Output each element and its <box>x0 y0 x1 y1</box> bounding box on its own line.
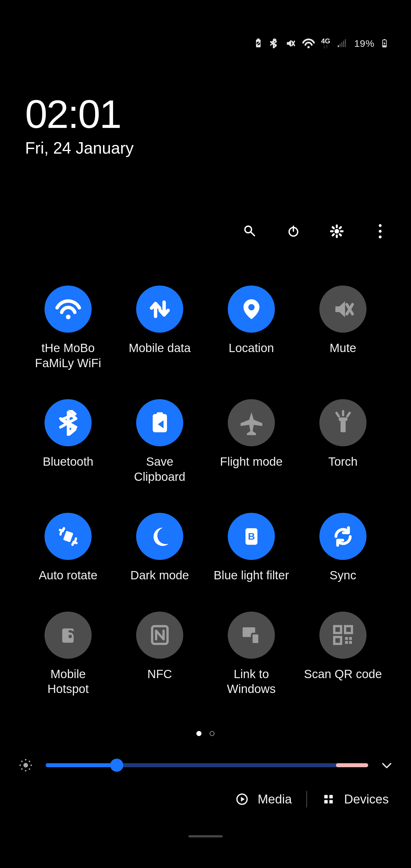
qs-tile-hotspot[interactable]: Mobile Hotspot <box>22 612 114 697</box>
qs-toggle-rotate[interactable] <box>44 513 92 560</box>
qs-toggle-clipboard[interactable] <box>136 399 183 446</box>
play-icon <box>235 792 249 806</box>
search-icon <box>243 224 257 239</box>
bluetooth-status-icon <box>268 38 278 48</box>
bottom-controls-row: Media Devices <box>235 791 389 807</box>
clock-date: Fri, 24 January <box>25 138 133 157</box>
status-bar: 4G ↓↑ 19% <box>254 37 388 50</box>
qs-tile-clipboard[interactable]: Save Clipboard <box>114 399 205 484</box>
qs-tile-qr[interactable]: Scan QR code <box>297 612 389 697</box>
qs-tile-bluetooth[interactable]: Bluetooth <box>22 399 114 484</box>
search-button[interactable] <box>242 223 259 240</box>
page-indicator[interactable] <box>0 731 411 736</box>
media-button[interactable]: Media <box>235 792 292 806</box>
qs-tile-link[interactable]: Link to Windows <box>205 612 297 697</box>
quick-settings-grid: tHe MoBo FaMiLy WiFiMobile dataLocationM… <box>0 285 411 697</box>
kebab-icon <box>379 224 382 239</box>
qs-label-flight[interactable]: Flight mode <box>220 454 283 469</box>
battery-percent: 19% <box>354 38 375 49</box>
divider <box>306 791 307 807</box>
plane-icon <box>239 410 264 436</box>
qs-label-bluetooth[interactable]: Bluetooth <box>43 454 93 469</box>
qs-label-bluelight[interactable]: Blue light filter <box>214 568 289 583</box>
panel-actions-row <box>242 223 389 240</box>
network-type-label: 4G <box>321 38 330 44</box>
devices-label: Devices <box>344 792 389 806</box>
devices-button[interactable]: Devices <box>321 792 389 806</box>
gesture-handle[interactable] <box>188 835 223 837</box>
qs-toggle-link[interactable] <box>228 612 275 659</box>
qs-label-link[interactable]: Link to Windows <box>212 667 291 697</box>
qr-icon <box>330 622 356 648</box>
qs-label-mute[interactable]: Mute <box>330 341 356 356</box>
qs-label-location[interactable]: Location <box>229 341 274 356</box>
wifi-status-icon <box>302 37 315 50</box>
qs-label-hotspot[interactable]: Mobile Hotspot <box>28 667 108 697</box>
qs-tile-dark[interactable]: Dark mode <box>114 513 205 583</box>
power-icon <box>286 224 301 239</box>
qs-toggle-bluetooth[interactable] <box>44 399 92 446</box>
mute-icon <box>330 297 356 322</box>
battery-care-icon <box>254 38 262 49</box>
hotspot-icon <box>55 622 81 648</box>
qs-tile-torch[interactable]: Torch <box>297 399 389 484</box>
updown-icon <box>147 297 173 322</box>
gear-icon <box>329 224 344 239</box>
brightness-expand-button[interactable] <box>380 758 394 772</box>
link-icon <box>239 622 264 648</box>
qs-toggle-bluelight[interactable] <box>228 513 275 560</box>
qs-tile-wifi[interactable]: tHe MoBo FaMiLy WiFi <box>22 285 114 371</box>
qs-toggle-location[interactable] <box>228 285 275 333</box>
clipboard-icon <box>147 410 173 436</box>
slider-thumb[interactable] <box>110 758 123 772</box>
qs-tile-nfc[interactable]: NFC <box>114 612 205 697</box>
page-dot-2 <box>210 731 215 736</box>
qs-toggle-torch[interactable] <box>319 399 367 446</box>
qs-label-mobile-data[interactable]: Mobile data <box>129 341 191 356</box>
location-icon <box>239 297 264 322</box>
qs-toggle-mobile-data[interactable] <box>136 285 183 333</box>
qs-label-clipboard[interactable]: Save Clipboard <box>120 454 200 484</box>
media-label: Media <box>258 792 292 806</box>
rotate-icon <box>55 524 81 549</box>
slider-warn-zone <box>336 763 368 767</box>
qs-toggle-sync[interactable] <box>319 513 367 560</box>
settings-button[interactable] <box>328 223 345 240</box>
qs-tile-mobile-data[interactable]: Mobile data <box>114 285 205 371</box>
bluetooth-icon <box>55 410 81 436</box>
qs-toggle-flight[interactable] <box>228 399 275 446</box>
qs-tile-rotate[interactable]: Auto rotate <box>22 513 114 583</box>
qs-label-sync[interactable]: Sync <box>330 568 356 583</box>
battery-charging-icon <box>381 38 388 49</box>
qs-tile-sync[interactable]: Sync <box>297 513 389 583</box>
qs-toggle-nfc[interactable] <box>136 612 183 659</box>
qs-label-wifi[interactable]: tHe MoBo FaMiLy WiFi <box>28 341 108 371</box>
qs-tile-mute[interactable]: Mute <box>297 285 389 371</box>
qs-toggle-dark[interactable] <box>136 513 183 560</box>
brightness-row <box>17 757 394 774</box>
network-activity-arrows: ↓↑ <box>323 44 328 49</box>
bluelight-icon <box>239 524 264 549</box>
qs-label-qr[interactable]: Scan QR code <box>304 667 382 682</box>
power-button[interactable] <box>285 223 302 240</box>
brightness-slider[interactable] <box>46 763 368 767</box>
qs-label-nfc[interactable]: NFC <box>147 667 172 682</box>
slider-fill <box>46 763 117 767</box>
qs-tile-location[interactable]: Location <box>205 285 297 371</box>
qs-label-dark[interactable]: Dark mode <box>130 568 189 583</box>
overflow-menu-button[interactable] <box>372 223 389 240</box>
moon-icon <box>147 524 173 549</box>
qs-toggle-qr[interactable] <box>319 612 367 659</box>
clock-time: 02:01 <box>25 94 133 134</box>
qs-toggle-hotspot[interactable] <box>44 612 92 659</box>
sync-icon <box>330 524 356 549</box>
qs-tile-flight[interactable]: Flight mode <box>205 399 297 484</box>
clock-block[interactable]: 02:01 Fri, 24 January <box>25 94 133 157</box>
qs-label-torch[interactable]: Torch <box>328 454 358 469</box>
wifi-icon <box>55 297 81 322</box>
qs-toggle-wifi[interactable] <box>44 285 92 333</box>
qs-tile-bluelight[interactable]: Blue light filter <box>205 513 297 583</box>
qs-toggle-mute[interactable] <box>319 285 367 333</box>
brightness-icon <box>17 757 34 774</box>
qs-label-rotate[interactable]: Auto rotate <box>39 568 97 583</box>
